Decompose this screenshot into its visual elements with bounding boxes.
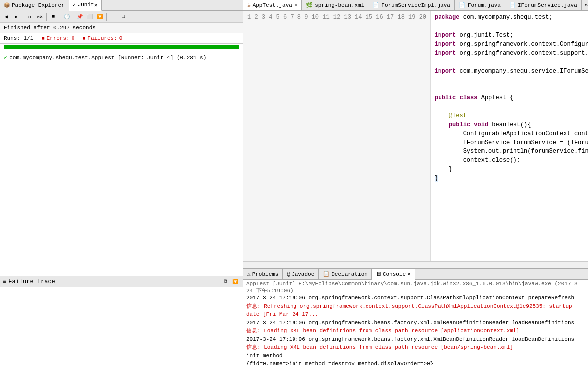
tab-forumserviceimpl[interactable]: 📄 ForumServiceImpl.java xyxy=(368,0,455,11)
rerun-failed-btn[interactable]: ↺✕ xyxy=(35,12,44,21)
console-line: 信息: Loading XML bean definitions from cl… xyxy=(246,327,585,335)
iforumservice-icon: 📄 xyxy=(509,2,516,8)
next-failure-btn[interactable]: ▶ xyxy=(12,12,21,21)
minimize-btn[interactable]: _ xyxy=(109,12,118,21)
console-line: init-method xyxy=(246,352,585,360)
declaration-label: Declaration xyxy=(331,271,368,277)
toolbar-separator-1 xyxy=(23,13,23,21)
failures-stat: ■ Failures: 0 xyxy=(82,35,122,41)
failure-trace-title-row: ≡ Failure Trace xyxy=(3,278,55,285)
code-content[interactable]: package com.mycompany.shequ.test; import… xyxy=(431,11,588,261)
problems-icon: ⚠ xyxy=(247,271,251,277)
tab-problems[interactable]: ⚠ Problems xyxy=(243,269,283,280)
code-editor[interactable]: 1 2 3 4 5 6 7 8 9 10 11 12 13 14 15 16 1… xyxy=(243,11,588,261)
errors-stat: ■ Errors: 0 xyxy=(41,35,74,41)
runs-label: Runs: 1/1 xyxy=(4,35,33,41)
layout-btn[interactable]: ⬜ xyxy=(85,12,94,21)
editor-tab-bar: ☕ AppTest.java ✕ 🌿 spring-bean.xml 📄 For… xyxy=(243,0,588,11)
console-label: Console xyxy=(383,271,406,277)
spring-bean-label: spring-bean.xml xyxy=(315,2,364,8)
failure-trace-title: Failure Trace xyxy=(8,278,55,285)
history-btn[interactable]: 🕐 xyxy=(62,12,71,21)
horizontal-scrollbar[interactable] xyxy=(243,261,588,268)
javadoc-label: Javadoc xyxy=(292,271,314,277)
tab-apptest[interactable]: ☕ AppTest.java ✕ xyxy=(243,0,302,11)
console-terminated-line: AppTest [JUnit] E:\MyEclipse\Common\bina… xyxy=(246,281,585,294)
apptest-tab-icon: ☕ xyxy=(247,2,251,8)
forum-icon: 📄 xyxy=(459,2,466,8)
console-line: 2017-3-24 17:19:06 org.springframework.b… xyxy=(246,335,585,344)
maximize-btn[interactable]: □ xyxy=(119,12,128,21)
test-list: ✓ com.mycompany.shequ.test.AppTest [Runn… xyxy=(0,51,243,276)
toolbar-separator-3 xyxy=(60,13,60,21)
errors-value: 0 xyxy=(72,35,75,41)
failures-label: Failures: xyxy=(87,35,117,41)
tab-junit[interactable]: ✓ JUnit ✕ xyxy=(69,0,102,11)
tab-package-explorer-label: Package Explorer xyxy=(12,2,65,8)
console-line: 信息: Refreshing org.springframework.conte… xyxy=(246,302,585,319)
junit-finished-header: Finished after 0.297 seconds xyxy=(0,23,243,33)
toolbar-separator-2 xyxy=(46,13,47,21)
failure-trace-copy-btn[interactable]: ⧉ xyxy=(221,277,230,286)
line-numbers: 1 2 3 4 5 6 7 8 9 10 11 12 13 14 15 16 1… xyxy=(243,11,431,261)
forumserviceimpl-icon: 📄 xyxy=(372,2,379,8)
junit-stats-row: Runs: 1/1 ■ Errors: 0 ■ Failures: 0 xyxy=(0,33,243,44)
failure-trace-filter-btn[interactable]: 🔽 xyxy=(231,277,240,286)
console-line: 2017-3-24 17:19:06 org.springframework.b… xyxy=(246,319,585,327)
tab-forum[interactable]: 📄 Forum.java xyxy=(455,0,505,11)
junit-toolbar: ◀ ▶ ↺ ↺✕ ■ 🕐 📌 ⬜ 🔽 _ □ xyxy=(0,11,243,23)
tab-declaration[interactable]: 📋 Declaration xyxy=(319,269,372,280)
test-item[interactable]: ✓ com.mycompany.shequ.test.AppTest [Runn… xyxy=(2,53,241,62)
pin-btn[interactable]: 📌 xyxy=(75,12,84,21)
forum-label: Forum.java xyxy=(468,2,501,8)
apptest-tab-label: AppTest.java xyxy=(253,2,292,8)
toolbar-separator-5 xyxy=(106,13,107,21)
failure-trace-content xyxy=(0,287,243,365)
rerun-btn[interactable]: ↺ xyxy=(25,12,34,21)
console-content: AppTest [JUnit] E:\MyEclipse\Common\bina… xyxy=(243,280,588,365)
bottom-panel: ⚠ Problems @ Javadoc 📋 Declaration 🖥 Con… xyxy=(243,268,588,365)
test-pass-icon: ✓ xyxy=(4,54,7,61)
progress-bar xyxy=(4,45,239,49)
right-panel: ☕ AppTest.java ✕ 🌿 spring-bean.xml 📄 For… xyxy=(243,0,588,365)
runs-stat: Runs: 1/1 xyxy=(4,35,33,41)
tab-javadoc[interactable]: @ Javadoc xyxy=(283,269,319,280)
progress-bar-container xyxy=(4,45,239,49)
declaration-icon: 📋 xyxy=(323,271,330,277)
tab-package-explorer[interactable]: 📦 Package Explorer xyxy=(0,0,69,11)
spring-bean-icon: 🌿 xyxy=(306,2,313,8)
prev-failure-btn[interactable]: ◀ xyxy=(2,12,11,21)
failure-trace-panel: ≡ Failure Trace ⧉ 🔽 xyxy=(0,276,243,365)
filter-btn[interactable]: 🔽 xyxy=(95,12,104,21)
left-panel: 📦 Package Explorer ✓ JUnit ✕ ◀ ▶ ↺ ↺✕ ■ … xyxy=(0,0,243,365)
tab-console[interactable]: 🖥 Console ✕ xyxy=(372,269,415,280)
console-tab-bar: ⚠ Problems @ Javadoc 📋 Declaration 🖥 Con… xyxy=(243,269,588,280)
forumserviceimpl-label: ForumServiceImpl.java xyxy=(381,2,450,8)
console-line: 2017-3-24 17:19:06 org.springframework.c… xyxy=(246,294,585,302)
tab-overflow[interactable]: »2 xyxy=(582,1,588,9)
junit-icon: ✓ xyxy=(73,2,76,8)
junit-tab-close[interactable]: ✕ xyxy=(94,2,98,8)
apptest-tab-close[interactable]: ✕ xyxy=(295,2,297,8)
failure-trace-header: ≡ Failure Trace ⧉ 🔽 xyxy=(0,276,243,287)
junit-finished-text: Finished after 0.297 seconds xyxy=(4,25,96,31)
tab-junit-label: JUnit xyxy=(78,2,94,8)
errors-label: Errors: xyxy=(46,35,69,41)
iforumservice-label: IForumService.java xyxy=(518,2,577,8)
console-icon: 🖥 xyxy=(376,271,381,277)
console-line: {fid=0,name=>init-method =destroy-method… xyxy=(246,360,585,365)
test-item-label: com.mycompany.shequ.test.AppTest [Runner… xyxy=(9,55,206,61)
console-tab-close[interactable]: ✕ xyxy=(407,271,411,277)
package-explorer-icon: 📦 xyxy=(4,2,10,8)
failure-trace-actions: ⧉ 🔽 xyxy=(221,277,240,286)
stop-btn[interactable]: ■ xyxy=(49,12,58,21)
tab-spring-bean[interactable]: 🌿 spring-bean.xml xyxy=(302,0,368,11)
javadoc-icon: @ xyxy=(287,271,290,277)
toolbar-separator-4 xyxy=(73,13,74,21)
overflow-label: »2 xyxy=(585,2,588,8)
tab-iforumservice[interactable]: 📄 IForumService.java xyxy=(505,0,582,11)
left-tab-bar: 📦 Package Explorer ✓ JUnit ✕ xyxy=(0,0,243,11)
console-line: 信息: Loading XML bean definitions from cl… xyxy=(246,343,585,352)
problems-label: Problems xyxy=(252,271,279,277)
failure-trace-icon: ≡ xyxy=(3,278,6,285)
